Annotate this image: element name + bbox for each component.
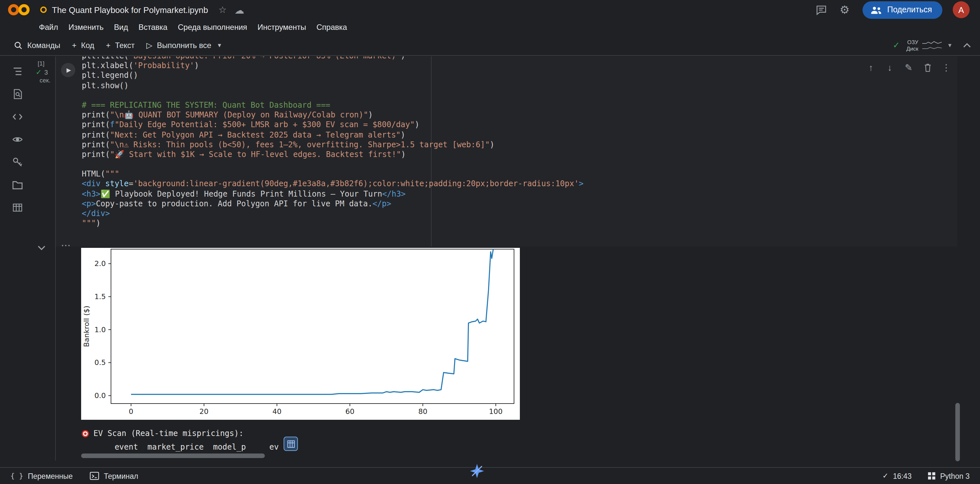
variables-button[interactable]: { } Переменные — [10, 472, 73, 480]
edit-cell-icon[interactable]: ✎ — [904, 62, 914, 73]
table-grid-icon — [286, 440, 295, 448]
run-cell-button[interactable]: ▶ — [61, 63, 75, 77]
plus-icon: + — [106, 41, 111, 50]
svg-text:100: 100 — [489, 408, 503, 416]
execution-count: [1] — [38, 60, 45, 67]
svg-text:0: 0 — [129, 408, 134, 416]
svg-text:80: 80 — [418, 408, 427, 416]
gemini-spark-icon[interactable] — [469, 463, 485, 479]
menu-runtime[interactable]: Среда выполнения — [173, 23, 253, 32]
avatar[interactable]: A — [953, 1, 970, 18]
interactive-table-button[interactable] — [284, 436, 298, 451]
table-header-text: event market_price model_p ev — [82, 443, 279, 452]
toolbar-right: ✓ ОЗУ Диск ▾ — [893, 39, 971, 52]
colab-app: The Quant Playbook for Polymarket.ipynb … — [0, 0, 980, 484]
menu-bar: Файл Изменить Вид Вставка Среда выполнен… — [0, 19, 980, 35]
menu-edit[interactable]: Изменить — [63, 23, 109, 32]
execution-ok-icon: ✓ — [893, 40, 900, 50]
bankroll-chart-svg: 0.00.51.01.52.0020406080100Bankroll ($) — [81, 248, 520, 420]
delete-cell-icon[interactable] — [922, 62, 932, 73]
plus-icon: + — [72, 41, 76, 50]
svg-text:0.0: 0.0 — [94, 392, 106, 400]
cell-toolbar: ↑ ↓ ✎ ⋮ — [866, 62, 951, 73]
kernel-grid-icon — [927, 472, 935, 480]
svg-text:2.0: 2.0 — [94, 260, 106, 268]
cloud-saved-icon: ☁✓ — [234, 5, 244, 14]
vertical-scrollbar-thumb[interactable] — [955, 403, 960, 461]
resources-indicator[interactable]: ОЗУ Диск — [906, 39, 942, 52]
svg-text:1.5: 1.5 — [94, 293, 106, 301]
move-cell-down-icon[interactable]: ↓ — [885, 62, 895, 73]
inspector-icon[interactable] — [10, 132, 25, 147]
add-text-button[interactable]: + Текст — [100, 36, 140, 54]
table-of-contents-icon[interactable] — [10, 64, 25, 78]
resource-sparkline-icon — [922, 39, 942, 51]
settings-gear-icon[interactable]: ⚙ — [840, 4, 850, 15]
collapse-header-icon[interactable] — [963, 43, 971, 48]
notebook-toolbar: Команды + Код + Текст ▷ Выполнить все ▾ … — [0, 35, 980, 56]
comment-icon[interactable] — [816, 4, 827, 15]
people-icon — [870, 6, 882, 14]
kernel-selector[interactable]: Python 3 — [927, 472, 970, 480]
notebook-icon — [40, 6, 47, 13]
terminal-button[interactable]: Терминал — [89, 472, 138, 480]
last-execution-time: ✓ 16:43 — [882, 472, 912, 480]
header-top-row: The Quant Playbook for Polymarket.ipynb … — [0, 0, 980, 19]
svg-text:1.0: 1.0 — [94, 326, 106, 334]
search-icon — [14, 41, 23, 50]
svg-text:60: 60 — [345, 408, 354, 416]
ev-scan-line: EV Scan (Real-time mispricings): — [82, 429, 243, 438]
execution-check-icon: ✓ — [36, 68, 41, 76]
status-right: ✓ 16:43 Python 3 — [882, 472, 970, 480]
menu-view[interactable]: Вид — [109, 23, 133, 32]
share-label: Поделиться — [887, 5, 932, 14]
horizontal-scrollbar-thumb[interactable] — [81, 454, 265, 458]
menu-tools[interactable]: Инструменты — [253, 23, 312, 32]
cell-more-actions-icon[interactable]: ⋮ — [941, 62, 951, 73]
star-icon[interactable]: ☆ — [218, 5, 226, 14]
cell-output-chart: 0.00.51.01.52.0020406080100Bankroll ($) — [81, 248, 520, 420]
secrets-key-icon[interactable] — [10, 155, 25, 169]
status-bar: { } Переменные Терминал ✓ 16:43 Python 3 — [0, 467, 980, 484]
status-check-icon: ✓ — [882, 472, 888, 480]
output-more-actions-icon[interactable]: ⋯ — [61, 240, 72, 251]
disk-label: Диск — [906, 45, 918, 52]
notebook-title[interactable]: The Quant Playbook for Polymarket.ipynb — [52, 5, 208, 14]
execution-time-unit: сек. — [40, 76, 51, 84]
ram-label: ОЗУ — [906, 39, 918, 45]
add-code-button[interactable]: + Код — [66, 36, 100, 54]
svg-text:20: 20 — [200, 408, 208, 416]
menu-help[interactable]: Справка — [311, 23, 352, 32]
run-all-icon: ▷ — [146, 41, 152, 50]
code-snippets-icon[interactable] — [10, 109, 25, 124]
move-cell-up-icon[interactable]: ↑ — [866, 62, 876, 73]
terminal-icon — [89, 472, 99, 480]
play-icon: ▶ — [67, 67, 71, 73]
ev-scan-text: EV Scan (Real-time mispricings): — [94, 429, 243, 438]
collapse-output-icon[interactable] — [38, 245, 45, 251]
commands-button[interactable]: Команды — [8, 36, 66, 54]
templates-table-icon[interactable] — [10, 200, 25, 215]
code-editor[interactable]: plt.title('Bayesian Update: Prior 20% → … — [56, 56, 957, 246]
resources-caret-icon[interactable]: ▾ — [948, 41, 951, 49]
menu-file[interactable]: Файл — [34, 23, 63, 32]
code-lines[interactable]: plt.title('Bayesian Update: Prior 20% → … — [82, 56, 584, 229]
menu-insert[interactable]: Вставка — [134, 23, 173, 32]
run-all-button[interactable]: ▷ Выполнить все ▾ — [140, 36, 227, 54]
dart-icon — [82, 430, 89, 437]
share-button[interactable]: Поделиться — [862, 1, 942, 19]
run-all-caret-icon[interactable]: ▾ — [218, 41, 221, 49]
find-replace-icon[interactable] — [10, 87, 25, 101]
colab-logo[interactable] — [8, 3, 30, 16]
left-sidebar — [0, 56, 35, 215]
svg-text:40: 40 — [272, 408, 282, 416]
execution-status: ✓ 3 — [36, 68, 48, 76]
execution-time-value: 3 — [44, 69, 48, 76]
svg-text:Bankroll ($): Bankroll ($) — [83, 306, 91, 347]
svg-text:0.5: 0.5 — [94, 359, 106, 367]
braces-icon: { } — [10, 472, 23, 480]
files-folder-icon[interactable] — [10, 178, 25, 192]
